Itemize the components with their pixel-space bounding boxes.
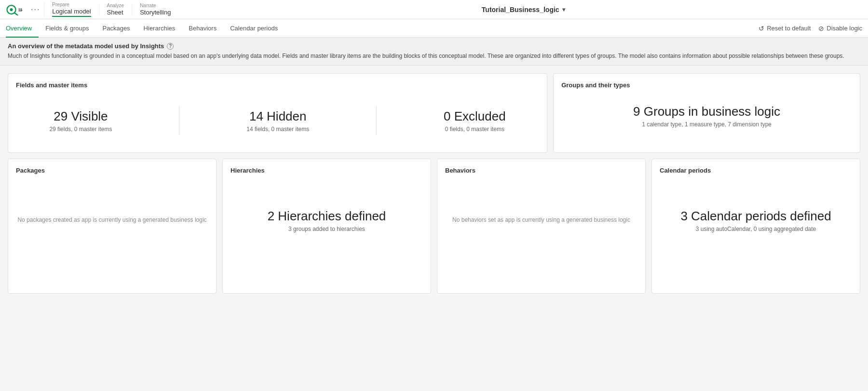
packages-muted-text: No packages created as app is currently … xyxy=(17,216,206,225)
tab-packages[interactable]: Packages xyxy=(96,19,137,38)
calendar-periods-content: 3 Calendar periods defined 3 using autoC… xyxy=(660,182,852,259)
qlik-logo[interactable]: lik xyxy=(0,4,27,15)
reset-to-default-button[interactable]: ↺ Reset to default xyxy=(759,25,811,32)
excluded-number: 0 Excluded xyxy=(444,109,506,124)
narrate-value: Storytelling xyxy=(140,9,171,16)
excluded-stat: 0 Excluded 0 fields, 0 master items xyxy=(444,109,506,133)
prepare-label: Prepare xyxy=(52,2,91,7)
reset-icon: ↺ xyxy=(759,25,764,32)
behaviors-title: Behaviors xyxy=(445,167,637,174)
calendar-periods-stat: 3 Calendar periods defined 3 using autoC… xyxy=(680,209,831,232)
disable-logic-button[interactable]: ⊘ Disable logic xyxy=(818,25,862,32)
packages-content: No packages created as app is currently … xyxy=(16,182,208,259)
fields-card-title: Fields and master items xyxy=(16,81,539,89)
fields-master-items-card: Fields and master items 29 Visible 29 fi… xyxy=(8,73,547,153)
prepare-value: Logical model xyxy=(52,8,91,15)
help-icon[interactable]: ? xyxy=(167,43,174,50)
narrate-label: Narrate xyxy=(140,3,171,8)
groups-desc: 1 calendar type, 1 measure type, 7 dimen… xyxy=(633,121,780,128)
disable-icon: ⊘ xyxy=(818,25,824,32)
hierarchies-content: 2 Hierarchies defined 3 groups added to … xyxy=(231,182,423,259)
top-bar-left: lik ··· Prepare Logical model Analyze Sh… xyxy=(0,0,178,19)
tab-hierarchies[interactable]: Hierarchies xyxy=(137,19,182,38)
stat-divider-1 xyxy=(179,106,179,135)
prepare-active-bar xyxy=(52,16,91,17)
app-title[interactable]: Tutorial_Business_logic ▾ xyxy=(482,6,565,13)
svg-point-1 xyxy=(10,8,13,11)
visible-number: 29 Visible xyxy=(49,109,112,124)
groups-number: 9 Groups in business logic xyxy=(633,104,780,119)
hierarchies-desc: 3 groups added to hierarchies xyxy=(268,226,386,232)
hidden-stat: 14 Hidden 14 fields, 0 master items xyxy=(246,109,309,133)
analyze-label: Analyze xyxy=(107,3,124,8)
behaviors-content: No behaviors set as app is currently usi… xyxy=(445,182,637,259)
visible-stat: 29 Visible 29 fields, 0 master items xyxy=(49,109,112,133)
packages-title: Packages xyxy=(16,167,208,174)
tabs-bar: Overview Fields & groups Packages Hierar… xyxy=(0,19,868,38)
groups-stat: 9 Groups in business logic 1 calendar ty… xyxy=(633,104,780,128)
top-bar: lik ··· Prepare Logical model Analyze Sh… xyxy=(0,0,868,19)
analyze-value: Sheet xyxy=(107,9,124,16)
svg-line-2 xyxy=(14,13,18,15)
cards-row-1: Fields and master items 29 Visible 29 fi… xyxy=(8,73,860,153)
hidden-number: 14 Hidden xyxy=(246,109,309,124)
top-bar-center: Tutorial_Business_logic ▾ xyxy=(178,0,868,19)
calendar-periods-card: Calendar periods 3 Calendar periods defi… xyxy=(651,159,860,294)
analyze-nav[interactable]: Analyze Sheet xyxy=(99,3,132,16)
tab-behaviors[interactable]: Behaviors xyxy=(182,19,223,38)
tabs-bar-right: ↺ Reset to default ⊘ Disable logic xyxy=(759,25,862,32)
groups-card-title: Groups and their types xyxy=(561,81,852,89)
excluded-desc: 0 fields, 0 master items xyxy=(444,126,506,133)
bottom-cards-row: Packages No packages created as app is c… xyxy=(8,159,860,294)
visible-desc: 29 fields, 0 master items xyxy=(49,126,112,133)
app-title-chevron-icon: ▾ xyxy=(562,6,565,13)
info-banner: An overview of the metadata model used b… xyxy=(0,38,868,66)
narrate-nav[interactable]: Narrate Storytelling xyxy=(132,3,178,16)
tab-overview[interactable]: Overview xyxy=(6,19,39,38)
main-content: Fields and master items 29 Visible 29 fi… xyxy=(0,66,868,301)
groups-card: Groups and their types 9 Groups in busin… xyxy=(553,73,860,153)
behaviors-card: Behaviors No behaviors set as app is cur… xyxy=(437,159,646,294)
behaviors-muted-text: No behaviors set as app is currently usi… xyxy=(452,216,630,225)
app-title-text: Tutorial_Business_logic xyxy=(482,6,559,13)
hierarchies-stat: 2 Hierarchies defined 3 groups added to … xyxy=(268,209,386,232)
hidden-desc: 14 fields, 0 master items xyxy=(246,126,309,133)
more-options-button[interactable]: ··· xyxy=(27,5,44,14)
fields-stats: 29 Visible 29 fields, 0 master items 14 … xyxy=(16,96,539,145)
stat-divider-2 xyxy=(376,106,377,135)
groups-stats: 9 Groups in business logic 1 calendar ty… xyxy=(561,96,852,135)
hierarchies-card: Hierarchies 2 Hierarchies defined 3 grou… xyxy=(222,159,431,294)
calendar-periods-title: Calendar periods xyxy=(660,167,852,174)
hierarchies-title: Hierarchies xyxy=(231,167,423,174)
tab-fields-groups[interactable]: Fields & groups xyxy=(39,19,95,38)
tab-calendar-periods[interactable]: Calendar periods xyxy=(223,19,285,38)
info-banner-text: Much of Insights functionality is ground… xyxy=(8,52,860,60)
info-banner-title: An overview of the metadata model used b… xyxy=(8,42,860,50)
calendar-periods-number: 3 Calendar periods defined xyxy=(680,209,831,224)
calendar-periods-desc: 3 using autoCalendar, 0 using aggregated… xyxy=(680,226,831,232)
packages-card: Packages No packages created as app is c… xyxy=(8,159,217,294)
hierarchies-number: 2 Hierarchies defined xyxy=(268,209,386,224)
prepare-nav[interactable]: Prepare Logical model xyxy=(44,2,98,17)
svg-text:lik: lik xyxy=(19,8,23,12)
